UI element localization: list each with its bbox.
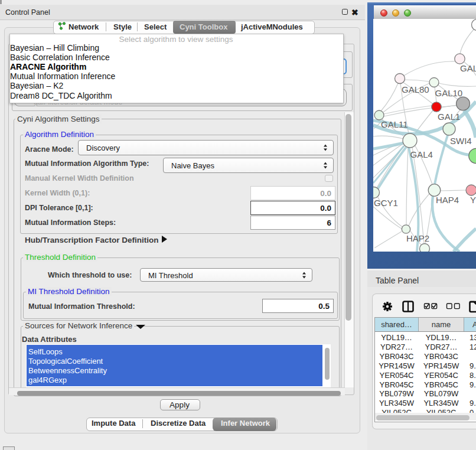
svg-text:GAL4: GAL4 <box>410 149 433 159</box>
svg-text:Y: Y <box>470 195 476 205</box>
svg-text:GAL: GAL <box>460 63 476 73</box>
svg-text:GAL11: GAL11 <box>381 119 408 129</box>
svg-text:GCY1: GCY1 <box>374 198 398 208</box>
svg-text:SWI4: SWI4 <box>450 136 472 146</box>
svg-text:GAL10: GAL10 <box>435 88 463 98</box>
svg-text:GAL1: GAL1 <box>438 112 460 122</box>
svg-text:HAP2: HAP2 <box>406 233 429 243</box>
svg-text:GAL80: GAL80 <box>402 84 429 94</box>
svg-text:HAP4: HAP4 <box>436 195 459 205</box>
